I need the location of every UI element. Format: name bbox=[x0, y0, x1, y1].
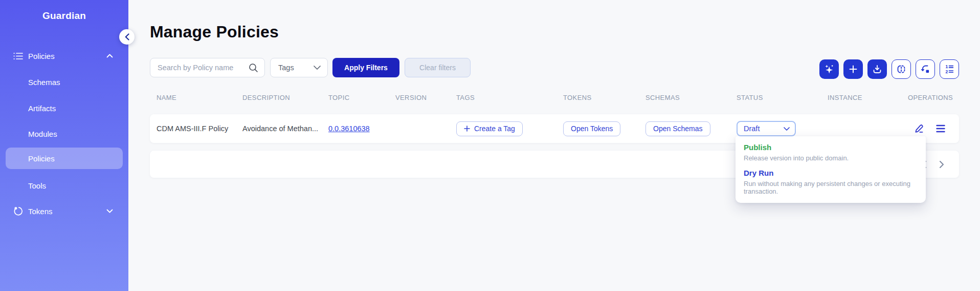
page-title: Manage Policies bbox=[150, 23, 279, 41]
ai-suggestions-button[interactable] bbox=[819, 59, 839, 79]
column-header-description: DESCRIPTION bbox=[242, 94, 328, 101]
import-policy-button[interactable] bbox=[867, 59, 887, 79]
publish-option-description: Release version into public domain. bbox=[744, 154, 918, 162]
chevron-right-icon bbox=[939, 161, 944, 168]
migrate-icon bbox=[920, 64, 930, 74]
chevron-up-icon bbox=[106, 54, 113, 58]
policy-search bbox=[150, 58, 265, 77]
policy-name: CDM AMS-III.F Policy bbox=[157, 124, 242, 133]
sidebar-item-schemas[interactable]: Schemas bbox=[0, 73, 128, 91]
sidebar-item-policies-group[interactable]: Policies bbox=[0, 47, 128, 65]
clear-filters-button[interactable]: Clear filters bbox=[405, 58, 471, 77]
open-schemas-button[interactable]: Open Schemas bbox=[645, 121, 710, 136]
sidebar-item-label: Policies bbox=[28, 52, 55, 60]
topic-link[interactable]: 0.0.3610638 bbox=[328, 124, 370, 133]
operations-cell bbox=[908, 123, 959, 134]
policy-order-button[interactable]: 1 2 bbox=[940, 59, 959, 79]
tags-select[interactable]: Tags bbox=[270, 58, 328, 77]
sidebar-item-tokens-group[interactable]: Tokens bbox=[0, 202, 128, 220]
column-header-schemas: SCHEMAS bbox=[645, 94, 737, 101]
plus-icon bbox=[464, 126, 470, 132]
svg-text:2: 2 bbox=[946, 69, 948, 74]
create-tag-label: Create a Tag bbox=[474, 124, 515, 133]
plus-icon bbox=[848, 64, 858, 74]
menu-icon[interactable] bbox=[936, 124, 946, 133]
list-icon bbox=[13, 52, 23, 60]
sparkles-icon bbox=[824, 64, 834, 74]
policy-description: Avoidance of Methan... bbox=[242, 124, 328, 133]
table-header: NAME DESCRIPTION TOPIC VERSION TAGS TOKE… bbox=[150, 88, 959, 107]
sidebar-item-tools[interactable]: Tools bbox=[0, 176, 128, 195]
status-dropdown-menu: Publish Release version into public doma… bbox=[736, 136, 926, 203]
column-header-operations: OPERATIONS bbox=[908, 94, 959, 101]
column-header-instance: INSTANCE bbox=[828, 94, 908, 101]
ordered-list-icon: 1 2 bbox=[944, 64, 954, 74]
open-tokens-button[interactable]: Open Tokens bbox=[563, 121, 620, 136]
chevron-down-icon bbox=[106, 209, 113, 213]
column-header-status: STATUS bbox=[737, 94, 828, 101]
chevron-down-icon bbox=[784, 127, 790, 131]
import-icon bbox=[872, 64, 882, 74]
sidebar-item-policies[interactable]: Policies bbox=[6, 148, 123, 169]
chevron-left-icon bbox=[125, 33, 129, 40]
sidebar: Guardian Policies Schemas Artifacts Modu… bbox=[0, 0, 128, 291]
sidebar-item-label: Modules bbox=[28, 130, 57, 138]
tags-select-value: Tags bbox=[278, 64, 294, 72]
status-value: Draft bbox=[744, 124, 760, 133]
sidebar-item-label: Policies bbox=[28, 154, 55, 163]
search-icon bbox=[249, 63, 258, 73]
status-dropdown[interactable]: Draft bbox=[737, 121, 796, 136]
sidebar-item-label: Tokens bbox=[28, 207, 53, 216]
sidebar-item-modules[interactable]: Modules bbox=[0, 124, 128, 143]
dry-run-option-description: Run without making any persistent change… bbox=[744, 180, 918, 195]
token-icon bbox=[13, 206, 23, 216]
sidebar-collapse-button[interactable] bbox=[119, 29, 135, 45]
column-header-version: VERSION bbox=[395, 94, 456, 101]
menu-option-dry-run[interactable]: Dry Run Run without making any persisten… bbox=[744, 169, 918, 195]
apply-filters-button[interactable]: Apply Filters bbox=[332, 58, 399, 77]
column-header-name: NAME bbox=[157, 94, 242, 101]
compare-policies-button[interactable] bbox=[892, 59, 911, 79]
column-header-tags: TAGS bbox=[456, 94, 563, 101]
compare-icon bbox=[896, 64, 906, 74]
chevron-down-icon bbox=[314, 66, 321, 70]
next-page-button[interactable] bbox=[937, 159, 946, 170]
column-header-tokens: TOKENS bbox=[563, 94, 645, 101]
edit-icon[interactable] bbox=[914, 123, 925, 134]
migrate-data-button[interactable] bbox=[916, 59, 935, 79]
menu-option-publish[interactable]: Publish Release version into public doma… bbox=[744, 143, 918, 162]
create-policy-button[interactable] bbox=[843, 59, 863, 79]
column-header-topic: TOPIC bbox=[328, 94, 395, 101]
sidebar-item-label: Schemas bbox=[28, 78, 60, 87]
search-input[interactable] bbox=[158, 64, 249, 72]
create-tag-button[interactable]: Create a Tag bbox=[456, 121, 523, 136]
publish-option-label: Publish bbox=[744, 143, 918, 152]
dry-run-option-label: Dry Run bbox=[744, 169, 918, 177]
sidebar-item-artifacts[interactable]: Artifacts bbox=[0, 99, 128, 117]
brand-logo: Guardian bbox=[0, 10, 128, 22]
sidebar-item-label: Artifacts bbox=[28, 104, 56, 113]
sidebar-item-label: Tools bbox=[28, 181, 46, 190]
